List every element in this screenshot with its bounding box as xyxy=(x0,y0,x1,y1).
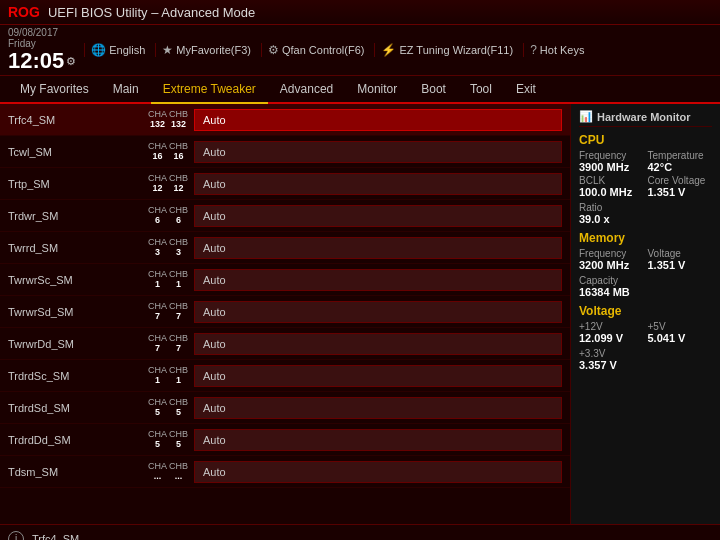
titlebar: ROG UEFI BIOS Utility – Advanced Mode xyxy=(0,0,720,25)
setting-value[interactable]: Auto xyxy=(194,301,562,323)
cha-box: CHA 16 xyxy=(148,142,167,162)
setting-row[interactable]: Trfc4_SM CHA 132 CHB 132 Auto xyxy=(0,104,570,136)
setting-row[interactable]: TrdrdDd_SM CHA 5 CHB 5 Auto xyxy=(0,424,570,456)
setting-value[interactable]: Auto xyxy=(194,333,562,355)
setting-name: TrdrdSc_SM xyxy=(8,370,148,382)
chb-box: CHB 5 xyxy=(169,398,188,418)
cha-value: 5 xyxy=(155,408,160,418)
setting-name: Trdwr_SM xyxy=(8,210,148,222)
time-display: 12:05 xyxy=(8,49,64,73)
chb-value: 7 xyxy=(176,344,181,354)
setting-value[interactable]: Auto xyxy=(194,141,562,163)
setting-value[interactable]: Auto xyxy=(194,397,562,419)
cha-box: CHA 7 xyxy=(148,302,167,322)
nav-exit[interactable]: Exit xyxy=(504,76,548,102)
setting-value[interactable]: Auto xyxy=(194,109,562,131)
chb-value: 5 xyxy=(176,440,181,450)
infobar: 09/08/2017Friday 12:05 ⚙ 🌐 English ★ MyF… xyxy=(0,25,720,76)
status-setting-name: Trfc4_SM xyxy=(32,533,79,540)
setting-value[interactable]: Auto xyxy=(194,429,562,451)
setting-row[interactable]: Tdsm_SM CHA ... CHB ... Auto xyxy=(0,456,570,488)
ez-tuning-button[interactable]: ⚡ EZ Tuning Wizard(F11) xyxy=(374,43,519,57)
chb-value: 1 xyxy=(176,280,181,290)
qfan-control-button[interactable]: ⚙ Qfan Control(F6) xyxy=(261,43,371,57)
cha-value: 12 xyxy=(153,184,163,194)
nav-advanced[interactable]: Advanced xyxy=(268,76,345,102)
nav-main[interactable]: Main xyxy=(101,76,151,102)
chb-box: CHB 7 xyxy=(169,334,188,354)
setting-value[interactable]: Auto xyxy=(194,205,562,227)
info-icon[interactable]: i xyxy=(8,531,24,540)
chb-box: CHB 6 xyxy=(169,206,188,226)
cha-value: 6 xyxy=(155,216,160,226)
cha-chb-values: CHA 132 CHB 132 xyxy=(148,110,188,130)
setting-row[interactable]: TrdrdSd_SM CHA 5 CHB 5 Auto xyxy=(0,392,570,424)
setting-value[interactable]: Auto xyxy=(194,173,562,195)
memory-grid: Frequency 3200 MHz Voltage 1.351 V xyxy=(579,248,712,271)
setting-row[interactable]: Twrrd_SM CHA 3 CHB 3 Auto xyxy=(0,232,570,264)
nav-monitor[interactable]: Monitor xyxy=(345,76,409,102)
cha-value: ... xyxy=(154,472,162,482)
mem-freq: Frequency 3200 MHz xyxy=(579,248,644,271)
setting-row[interactable]: TwrwrDd_SM CHA 7 CHB 7 Auto xyxy=(0,328,570,360)
favorite-label: MyFavorite(F3) xyxy=(176,44,251,56)
cha-value: 16 xyxy=(153,152,163,162)
cha-chb-values: CHA 12 CHB 12 xyxy=(148,174,188,194)
app-title: UEFI BIOS Utility – Advanced Mode xyxy=(48,5,255,20)
cha-chb-values: CHA 3 CHB 3 xyxy=(148,238,188,258)
setting-value[interactable]: Auto xyxy=(194,461,562,483)
setting-value[interactable]: Auto xyxy=(194,365,562,387)
datetime: 09/08/2017Friday 12:05 ⚙ xyxy=(8,27,76,73)
date-display: 09/08/2017Friday xyxy=(8,27,76,49)
my-favorite-button[interactable]: ★ MyFavorite(F3) xyxy=(155,43,257,57)
cpu-bclk: BCLK 100.0 MHz xyxy=(579,175,644,198)
favorite-icon: ★ xyxy=(162,43,173,57)
setting-name: TrdrdDd_SM xyxy=(8,434,148,446)
cha-chb-values: CHA 5 CHB 5 xyxy=(148,398,188,418)
language-label: English xyxy=(109,44,145,56)
nav-boot[interactable]: Boot xyxy=(409,76,458,102)
nav-extreme-tweaker[interactable]: Extreme Tweaker xyxy=(151,76,268,104)
setting-value[interactable]: Auto xyxy=(194,237,562,259)
chb-value: 132 xyxy=(171,120,186,130)
cha-chb-values: CHA 1 CHB 1 xyxy=(148,270,188,290)
cha-value: 1 xyxy=(155,280,160,290)
voltage-grid: +12V 12.099 V +5V 5.041 V xyxy=(579,321,712,344)
chb-value: 12 xyxy=(174,184,184,194)
fan-icon: ⚙ xyxy=(268,43,279,57)
statusbar: i Trfc4_SM xyxy=(0,524,720,540)
cpu-freq-label: Frequency 3900 MHz xyxy=(579,150,644,173)
setting-row[interactable]: Tcwl_SM CHA 16 CHB 16 Auto xyxy=(0,136,570,168)
navbar: My Favorites Main Extreme Tweaker Advanc… xyxy=(0,76,720,104)
language-selector[interactable]: 🌐 English xyxy=(84,43,151,57)
cha-box: CHA 5 xyxy=(148,430,167,450)
setting-row[interactable]: TwrwrSc_SM CHA 1 CHB 1 Auto xyxy=(0,264,570,296)
hot-keys-button[interactable]: ? Hot Keys xyxy=(523,43,590,57)
chb-value: 6 xyxy=(176,216,181,226)
setting-name: TwrwrSd_SM xyxy=(8,306,148,318)
v5: +5V 5.041 V xyxy=(648,321,713,344)
setting-name: Tdsm_SM xyxy=(8,466,148,478)
cha-chb-values: CHA 5 CHB 5 xyxy=(148,430,188,450)
setting-row[interactable]: Trdwr_SM CHA 6 CHB 6 Auto xyxy=(0,200,570,232)
cha-chb-values: CHA 16 CHB 16 xyxy=(148,142,188,162)
monitor-icon: 📊 xyxy=(579,110,593,123)
cha-value: 7 xyxy=(155,344,160,354)
hw-monitor-title: Hardware Monitor xyxy=(597,111,691,123)
settings-gear-icon[interactable]: ⚙ xyxy=(66,55,76,68)
cha-box: CHA 1 xyxy=(148,270,167,290)
language-icon: 🌐 xyxy=(91,43,106,57)
chb-box: CHB 7 xyxy=(169,302,188,322)
nav-tool[interactable]: Tool xyxy=(458,76,504,102)
setting-row[interactable]: TwrwrSd_SM CHA 7 CHB 7 Auto xyxy=(0,296,570,328)
setting-row[interactable]: Trtp_SM CHA 12 CHB 12 Auto xyxy=(0,168,570,200)
mem-capacity: Capacity 16384 MB xyxy=(579,275,712,298)
cpu-core-voltage: Core Voltage 1.351 V xyxy=(648,175,713,198)
cha-box: CHA 6 xyxy=(148,206,167,226)
chb-value: 1 xyxy=(176,376,181,386)
setting-value[interactable]: Auto xyxy=(194,269,562,291)
cha-box: CHA 5 xyxy=(148,398,167,418)
chb-box: CHB 1 xyxy=(169,270,188,290)
setting-row[interactable]: TrdrdSc_SM CHA 1 CHB 1 Auto xyxy=(0,360,570,392)
nav-my-favorites[interactable]: My Favorites xyxy=(8,76,101,102)
